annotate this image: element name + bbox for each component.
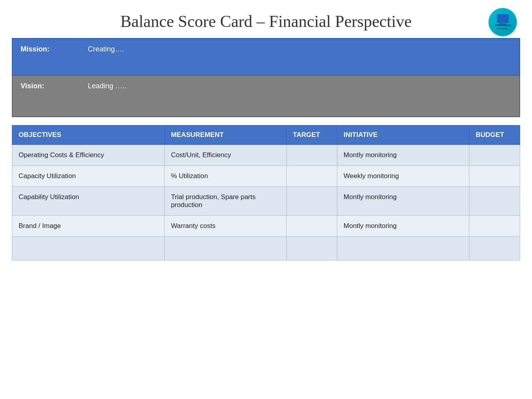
cell-objectives: Operating Costs & Efficiency [12,145,165,166]
table-row [12,237,520,260]
cell-target [286,216,337,237]
cell-objectives: Capacity Utilization [12,166,165,187]
cell-budget [469,145,520,166]
table-body: Operating Costs & EfficiencyCost/Unit, E… [12,145,520,260]
vision-label: Vision: [21,82,88,90]
cell-objectives: Capability Utilization [12,187,165,216]
cell-target [286,187,337,216]
cell-target [286,237,337,260]
table-row: Brand / ImageWarranty costsMontly monito… [12,216,520,237]
header-measurement: MEASUREMENT [164,125,286,145]
cell-initiative: Montly monitoring [337,216,469,237]
cell-measurement: Cost/Unit, Efficiency [164,145,286,166]
scorecard-table: OBJECTIVES MEASUREMENT TARGET INITIATIVE… [12,125,520,260]
mission-value: Creating…. [88,45,124,53]
cell-budget [469,237,520,260]
cell-target [286,145,337,166]
logo-container: AllBusiness Templates [488,8,520,40]
laptop-icon [497,14,509,23]
header-target: TARGET [286,125,337,145]
cell-initiative: Montly monitoring [337,187,469,216]
header-initiative: INITIATIVE [337,125,469,145]
header-objectives: OBJECTIVES [12,125,165,145]
mission-label: Mission: [21,45,88,53]
cell-measurement: Trial production, Spare parts production [164,187,286,216]
vision-box: Vision: Leading ….. [12,76,520,117]
mission-box: Mission: Creating…. [12,38,520,76]
table-row: Capacity Utilization% UtilizationWeekly … [12,166,520,187]
cell-budget [469,166,520,187]
cell-measurement: % Utilization [164,166,286,187]
cell-objectives [12,237,165,260]
table-header-row: OBJECTIVES MEASUREMENT TARGET INITIATIVE… [12,125,520,145]
logo-box: AllBusiness Templates [488,8,517,36]
cell-budget [469,187,520,216]
cell-initiative [337,237,469,260]
logo-text-bottom: Templates [497,27,508,30]
cell-measurement [164,237,286,260]
page-header: Balance Score Card – Financial Perspecti… [12,8,520,31]
cell-budget [469,216,520,237]
table-row: Operating Costs & EfficiencyCost/Unit, E… [12,145,520,166]
cell-objectives: Brand / Image [12,216,165,237]
cell-initiative: Montly monitoring [337,145,469,166]
cell-target [286,166,337,187]
cell-measurement: Warranty costs [164,216,286,237]
page-title: Balance Score Card – Financial Perspecti… [12,12,520,31]
table-row: Capability UtilizationTrial production, … [12,187,520,216]
vision-value: Leading ….. [88,82,126,90]
cell-initiative: Weekly monitoring [337,166,469,187]
header-budget: BUDGET [469,125,520,145]
